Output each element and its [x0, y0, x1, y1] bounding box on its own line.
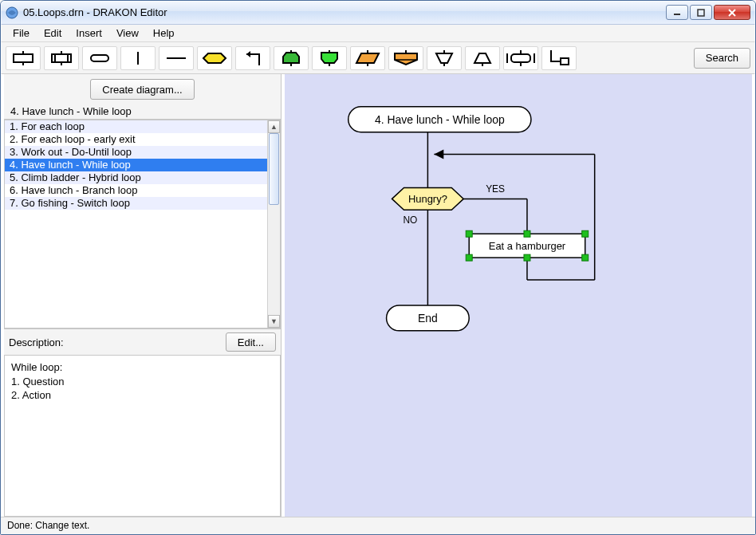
diagram-question-node[interactable]: Hungry?: [392, 187, 464, 210]
no-label: NO: [403, 214, 417, 226]
left-panel: Create diagram... 4. Have lunch - While …: [4, 74, 282, 517]
svg-marker-16: [203, 53, 226, 63]
tool-bracket-connector-icon[interactable]: [541, 46, 577, 70]
current-diagram-label: 4. Have lunch - While loop: [4, 103, 281, 120]
minimize-button[interactable]: [666, 5, 688, 20]
tool-rect-side-bars-icon[interactable]: [503, 46, 538, 70]
list-item[interactable]: 5. Climb ladder - Hybrid loop: [5, 171, 267, 184]
tool-vertical-line-icon[interactable]: [120, 46, 156, 70]
tool-action-box-icon[interactable]: [6, 46, 41, 70]
description-header: Description: Edit...: [4, 328, 281, 355]
list-scrollbar[interactable]: ▲ ▼: [267, 120, 280, 328]
body: Create diagram... 4. Have lunch - While …: [4, 74, 752, 517]
svg-rect-13: [91, 55, 108, 61]
menu-bar: File Edit Insert View Help: [1, 25, 755, 42]
scroll-up-icon[interactable]: ▲: [268, 120, 280, 133]
svg-rect-2: [698, 10, 704, 16]
description-text: While loop: 1. Question 2. Action: [4, 355, 281, 517]
menu-view[interactable]: View: [109, 26, 146, 41]
window-title: 05.Loops.drn - DRAKON Editor: [23, 6, 666, 18]
edit-description-button[interactable]: Edit...: [226, 332, 276, 352]
svg-rect-57: [582, 230, 589, 237]
app-icon: [6, 6, 18, 19]
tool-shelf-down-icon[interactable]: [388, 46, 423, 70]
list-item[interactable]: 2. For each loop - early exit: [5, 133, 267, 146]
tool-subprogram-box-icon[interactable]: [44, 46, 79, 70]
svg-marker-27: [395, 53, 417, 65]
svg-rect-55: [466, 230, 472, 237]
menu-help[interactable]: Help: [146, 26, 182, 41]
svg-marker-18: [283, 53, 299, 63]
svg-rect-60: [582, 254, 589, 261]
svg-rect-38: [561, 58, 569, 65]
tool-parallelogram-icon[interactable]: [350, 46, 385, 70]
tool-arrow-up-left-icon[interactable]: [235, 46, 270, 70]
svg-rect-33: [511, 54, 530, 62]
toolbar: Search: [1, 42, 755, 74]
list-item[interactable]: 6. Have lunch - Branch loop: [5, 184, 267, 197]
diagram-list: 1. For each loop 2. For each loop - earl…: [4, 120, 281, 328]
search-button[interactable]: Search: [694, 48, 750, 69]
svg-text:End: End: [418, 312, 438, 325]
menu-file[interactable]: File: [6, 26, 37, 41]
create-diagram-button[interactable]: Create diagram...: [90, 79, 194, 100]
tool-end-loop-icon[interactable]: [312, 46, 347, 70]
list-item[interactable]: 1. For each loop: [5, 120, 267, 133]
tool-horizontal-line-icon[interactable]: [159, 46, 194, 70]
diagram-canvas[interactable]: 4. Have lunch - While loop Hungry? YES N…: [285, 74, 752, 517]
tool-cup-down-icon[interactable]: [427, 46, 462, 70]
app-window: 05.Loops.drn - DRAKON Editor File Edit I…: [0, 0, 756, 535]
svg-rect-59: [524, 254, 530, 261]
tool-cap-up-icon[interactable]: [465, 46, 500, 70]
scroll-down-icon[interactable]: ▼: [268, 315, 280, 328]
diagram-end-node[interactable]: End: [387, 305, 470, 331]
svg-marker-17: [246, 51, 250, 57]
tool-question-hex-icon[interactable]: [197, 46, 232, 70]
tool-terminator-oval-icon[interactable]: [82, 46, 117, 70]
svg-marker-21: [321, 53, 337, 63]
menu-edit[interactable]: Edit: [37, 26, 69, 41]
svg-marker-24: [356, 53, 379, 63]
tool-begin-loop-icon[interactable]: [274, 46, 309, 70]
list-item[interactable]: 3. Work out - Do-Until loop: [5, 146, 267, 159]
status-bar: Done: Change text.: [1, 517, 755, 534]
window-buttons: [666, 5, 750, 20]
yes-label: YES: [486, 183, 505, 195]
list-item[interactable]: 7. Go fishing - Switch loop: [5, 197, 267, 210]
diagram-title-node[interactable]: 4. Have lunch - While loop: [348, 107, 531, 132]
list-item-selected[interactable]: 4. Have lunch - While loop: [5, 159, 267, 171]
svg-rect-5: [14, 54, 33, 62]
svg-text:Hungry?: Hungry?: [408, 193, 447, 205]
svg-rect-58: [466, 254, 472, 261]
svg-text:4. Have lunch - While loop: 4. Have lunch - While loop: [375, 113, 505, 126]
menu-insert[interactable]: Insert: [69, 26, 109, 41]
svg-text:Eat a hamburger: Eat a hamburger: [489, 240, 566, 252]
svg-marker-48: [434, 150, 443, 159]
maximize-button[interactable]: [690, 5, 712, 20]
diagram-action-node-selected[interactable]: Eat a hamburger: [466, 230, 588, 261]
close-button[interactable]: [714, 5, 750, 20]
scroll-thumb[interactable]: [269, 133, 279, 205]
svg-rect-56: [524, 230, 530, 237]
titlebar: 05.Loops.drn - DRAKON Editor: [1, 1, 755, 25]
description-label: Description:: [9, 336, 64, 348]
status-text: Done: Change text.: [7, 520, 89, 531]
